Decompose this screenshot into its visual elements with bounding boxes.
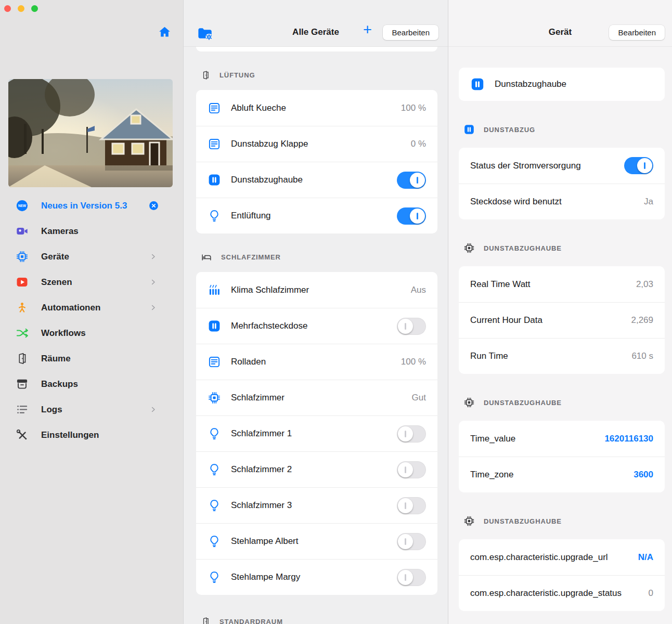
edit-device-button[interactable]: Bearbeiten xyxy=(609,25,665,40)
detail-title: Gerät xyxy=(549,27,572,37)
add-button[interactable]: + xyxy=(363,22,372,37)
section-header-dunstabzughaube-3: DUNSTABZUGHAUBE xyxy=(459,515,665,527)
device-row[interactable]: Rolladen 100 % xyxy=(196,344,437,380)
device-row[interactable]: Abluft Kueche 100 % xyxy=(196,90,437,126)
sidebar-item-backups[interactable]: Backups xyxy=(0,371,183,397)
device-name: Dunstabzughaube xyxy=(231,175,391,185)
sidebar-item-label: Logs xyxy=(41,405,62,415)
door-icon xyxy=(16,352,29,365)
characteristic-value: 3600 xyxy=(634,470,653,480)
person-icon xyxy=(16,301,29,314)
characteristic-value: 2,269 xyxy=(631,315,653,326)
device-row[interactable]: Schlafzimmer 1 xyxy=(196,415,437,451)
device-row[interactable]: Schlafzimmer Gut xyxy=(196,380,437,415)
sidebar-item-label: Geräte xyxy=(41,252,69,262)
folder-gear-icon[interactable] xyxy=(197,26,213,41)
camera-icon xyxy=(16,225,29,238)
device-group-lueftung: Abluft Kueche 100 % Dunstabzug Klappe 0 … xyxy=(196,90,437,233)
radiator-icon xyxy=(208,283,221,297)
sidebar-item-workflows[interactable]: Workflows xyxy=(0,320,183,346)
toggle-switch[interactable] xyxy=(397,207,426,225)
device-row[interactable]: Schlafzimmer 2 xyxy=(196,451,437,487)
device-name: Mehrfachsteckdose xyxy=(231,321,391,331)
toggle-switch[interactable] xyxy=(397,425,426,443)
section-header-dunstabzug: DUNSTABZUG xyxy=(459,124,665,135)
device-value: 100 % xyxy=(401,103,426,113)
sidebar-item-label: Neues in Version 5.3 xyxy=(41,201,127,211)
sidebar-item-szenen[interactable]: Szenen xyxy=(0,269,183,295)
characteristic-row[interactable]: Real Time Watt 2,03 xyxy=(459,266,665,302)
sidebar-item-geraete[interactable]: Geräte xyxy=(0,244,183,269)
chip-icon xyxy=(16,250,29,263)
characteristic-group: Real Time Watt 2,03 Current Hour Data 2,… xyxy=(459,266,665,374)
zoom-window-button[interactable] xyxy=(31,5,38,12)
traffic-lights xyxy=(4,5,38,12)
device-row[interactable]: Dunstabzug Klappe 0 % xyxy=(196,126,437,162)
toggle-switch[interactable] xyxy=(624,157,653,174)
outlet-icon xyxy=(463,124,475,135)
outlet-icon xyxy=(208,319,221,333)
toggle-switch[interactable] xyxy=(397,569,426,586)
home-icon[interactable] xyxy=(158,25,172,39)
device-name: Schlafzimmer 2 xyxy=(231,464,391,475)
characteristic-row[interactable]: com.esp.characteristic.upgrade_status 0 xyxy=(459,575,665,611)
sidebar-item-label: Workflows xyxy=(41,328,86,339)
toggle-switch[interactable] xyxy=(397,461,426,478)
characteristic-row[interactable]: Steckdose wird benutzt Ja xyxy=(459,184,665,219)
characteristic-row[interactable]: Time_value 1620116130 xyxy=(459,421,665,457)
sidebar-item-kameras[interactable]: Kameras xyxy=(0,218,183,244)
device-list-scroll[interactable]: LÜFTUNG Abluft Kueche 100 % Dunstabzug K… xyxy=(184,47,448,624)
sidebar-item-whats-new[interactable]: NEW Neues in Version 5.3 xyxy=(0,193,183,218)
close-window-button[interactable] xyxy=(4,5,11,12)
device-detail-scroll[interactable]: Dunstabzughaube DUNSTABZUG Status der St… xyxy=(448,68,672,611)
toggle-switch[interactable] xyxy=(397,318,426,335)
characteristic-row[interactable]: Run Time 610 s xyxy=(459,338,665,374)
sidebar-item-logs[interactable]: Logs xyxy=(0,397,183,422)
new-badge-icon: NEW xyxy=(16,199,29,212)
device-name: Klima Schlafzimmer xyxy=(231,285,405,295)
edit-devices-button[interactable]: Bearbeiten xyxy=(383,25,438,40)
close-circle-icon[interactable] xyxy=(148,200,159,211)
toggle-knob xyxy=(398,570,413,585)
device-card: Dunstabzughaube xyxy=(459,68,665,101)
sidebar-menu: NEW Neues in Version 5.3 Kameras Geräte … xyxy=(0,193,183,448)
device-name: Schlafzimmer xyxy=(231,393,406,403)
device-value: 100 % xyxy=(401,357,426,367)
device-row[interactable]: Stehlampe Albert xyxy=(196,523,437,559)
archive-icon xyxy=(16,378,29,391)
toggle-switch[interactable] xyxy=(397,533,426,550)
toggle-switch[interactable] xyxy=(397,172,426,189)
characteristic-group: com.esp.characteristic.upgrade_url N/A c… xyxy=(459,539,665,611)
characteristic-value: 1620116130 xyxy=(604,434,653,444)
characteristic-row[interactable]: com.esp.characteristic.upgrade_url N/A xyxy=(459,539,665,575)
characteristic-value: 0 xyxy=(649,588,653,599)
device-row[interactable]: Schlafzimmer 3 xyxy=(196,487,437,523)
characteristic-row[interactable]: Current Hour Data 2,269 xyxy=(459,302,665,338)
device-row[interactable]: Entlüftung xyxy=(196,198,437,233)
device-row[interactable]: Dunstabzughaube xyxy=(196,162,437,198)
toggle-knob xyxy=(398,534,413,549)
play-icon xyxy=(16,276,29,289)
device-card-row[interactable]: Dunstabzughaube xyxy=(459,68,665,101)
device-row[interactable]: Klima Schlafzimmer Aus xyxy=(196,272,437,308)
device-row[interactable]: Stehlampe Margy xyxy=(196,559,437,595)
characteristic-row[interactable]: Status der Stromversorgung xyxy=(459,148,665,184)
bulb-icon xyxy=(208,209,221,223)
characteristic-row[interactable]: Time_zone 3600 xyxy=(459,457,665,492)
sidebar-item-label: Einstellungen xyxy=(41,430,99,440)
minimize-window-button[interactable] xyxy=(18,5,24,12)
sidebar-item-einstellungen[interactable]: Einstellungen xyxy=(0,422,183,448)
bulb-icon xyxy=(208,427,221,440)
toggle-switch[interactable] xyxy=(397,497,426,514)
toggle-knob xyxy=(410,173,425,188)
tools-icon xyxy=(16,428,29,441)
device-row[interactable]: Mehrfachsteckdose xyxy=(196,308,437,344)
sidebar-item-automationen[interactable]: Automationen xyxy=(0,295,183,320)
device-card-name: Dunstabzughaube xyxy=(495,79,653,89)
section-title: DUNSTABZUGHAUBE xyxy=(484,399,562,407)
bulb-icon xyxy=(208,499,221,512)
device-detail-header: Gerät Bearbeiten xyxy=(448,0,672,47)
sidebar-item-raeume[interactable]: Räume xyxy=(0,346,183,371)
chevron-right-icon xyxy=(149,304,157,311)
device-name: Rolladen xyxy=(231,357,395,367)
